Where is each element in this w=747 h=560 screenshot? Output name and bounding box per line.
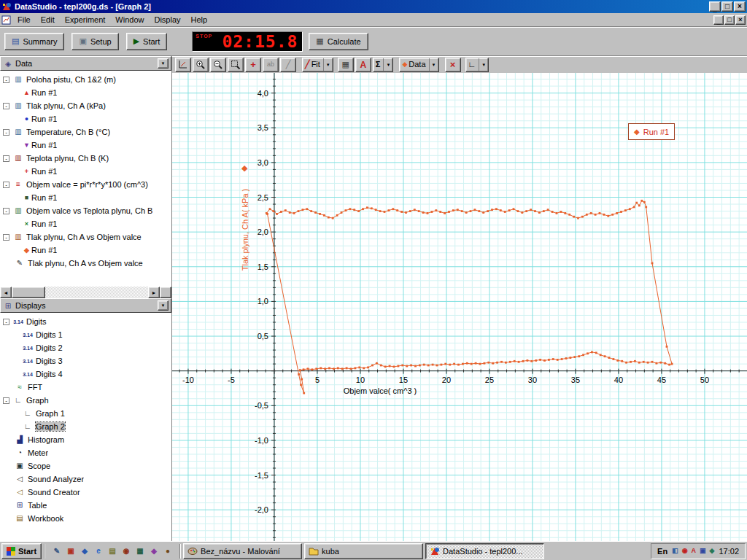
data-point-marker[interactable] [461,210,463,212]
run-item[interactable]: ▲Run #1 [0,86,171,99]
data-point-marker[interactable] [608,357,611,359]
data-point-marker[interactable] [621,360,623,362]
data-point-marker[interactable] [530,209,532,211]
display-item[interactable]: ▟Histogram [0,433,171,446]
data-point-marker[interactable] [303,368,305,370]
data-point-marker[interactable] [560,211,562,213]
data-point-marker[interactable] [289,211,291,214]
data-point-marker[interactable] [410,365,412,367]
data-point-marker[interactable] [285,209,287,211]
data-point-marker[interactable] [276,213,278,215]
data-point-marker[interactable] [353,209,355,211]
data-point-marker[interactable] [307,368,309,370]
data-point-marker[interactable] [414,365,417,368]
data-point-marker[interactable] [668,364,670,366]
data-point-marker[interactable] [496,362,498,364]
data-point-marker[interactable] [482,211,484,214]
menu-window[interactable]: Window [110,14,149,26]
data-point-marker[interactable] [392,208,394,210]
data-point-marker[interactable] [346,368,348,370]
data-point-marker[interactable] [500,209,502,211]
data-point-marker[interactable] [620,211,622,213]
data-point-marker[interactable] [444,212,446,214]
data-point-marker[interactable] [521,211,523,214]
mdi-minimize-button[interactable]: _ [713,15,724,25]
data-point-marker[interactable] [573,216,575,218]
tree-expander[interactable]: - [3,208,9,214]
tree-expander[interactable]: - [3,397,9,404]
data-point-marker[interactable] [551,211,554,213]
tree-expander[interactable]: - [3,129,9,136]
shortcut-icon-9[interactable]: ● [162,545,174,557]
tree-expander[interactable]: - [3,103,9,109]
data-point-marker[interactable] [513,208,515,210]
data-point-marker[interactable] [539,359,541,361]
data-point-marker[interactable] [320,368,322,370]
data-point-marker[interactable] [611,214,614,216]
data-point-marker[interactable] [530,360,533,362]
data-point-marker[interactable] [603,214,605,216]
data-point-marker[interactable] [384,211,386,213]
data-point-marker[interactable] [444,363,446,365]
data-point-marker[interactable] [328,217,330,219]
data-point-marker[interactable] [465,211,468,214]
data-point-marker[interactable] [393,366,395,368]
data-point-marker[interactable] [396,209,398,211]
data-point-marker[interactable] [462,363,464,365]
data-point-marker[interactable] [548,359,550,361]
data-point-marker[interactable] [525,210,527,212]
tree-expander[interactable]: - [3,77,9,83]
shortcut-icon-2[interactable]: ▣ [65,545,77,557]
data-point-marker[interactable] [613,358,615,360]
note-tool-button[interactable]: ab [263,58,279,72]
data-point-marker[interactable] [303,392,305,394]
data-point-marker[interactable] [625,362,627,364]
data-point-marker[interactable] [629,208,631,210]
data-point-marker[interactable] [595,352,597,354]
data-point-marker[interactable] [371,365,374,367]
menu-experiment[interactable]: Experiment [60,14,111,26]
data-point-marker[interactable] [355,368,357,370]
data-point-marker[interactable] [453,363,455,365]
data-point-marker[interactable] [495,208,498,210]
data-point-marker[interactable] [474,209,476,211]
data-point-marker[interactable] [590,212,592,214]
internet-explorer-icon[interactable]: e [93,545,104,557]
data-point-marker[interactable] [640,200,643,202]
data-point-marker[interactable] [509,361,511,363]
data-point-marker[interactable] [500,361,503,363]
clock[interactable]: 17:02 [719,547,739,556]
data-point-marker[interactable] [656,362,658,365]
data-point-marker[interactable] [350,368,352,370]
data-point-marker[interactable] [341,211,343,214]
shortcut-icon-1[interactable]: ✎ [51,545,63,557]
data-point-marker[interactable] [324,368,326,370]
data-tree-scrollbar[interactable]: ◄ ► [0,287,171,298]
data-point-marker[interactable] [522,360,525,362]
tree-expander[interactable]: - [3,155,9,162]
displays-panel-dropdown-button[interactable]: ▼ [158,300,169,311]
data-point-marker[interactable] [384,366,387,368]
data-point-marker[interactable] [448,211,450,213]
data-point-marker[interactable] [345,209,347,211]
data-point-marker[interactable] [577,217,579,219]
data-point-marker[interactable] [269,208,271,210]
data-point-marker[interactable] [427,212,429,214]
menu-file[interactable]: File [12,14,36,26]
shortcut-icon-5[interactable]: ▤ [107,545,118,557]
graph-legend[interactable]: ◆ Run #1 [628,123,675,140]
data-point-marker[interactable] [432,364,434,366]
data-point-marker[interactable] [436,365,438,367]
tree-expander[interactable]: - [3,182,9,188]
data-point-marker[interactable] [600,354,602,356]
data-point-marker[interactable] [310,210,312,212]
data-point-marker[interactable] [635,202,638,204]
display-item[interactable]: ∟Graph 1 [0,407,171,420]
data-point-marker[interactable] [491,209,493,211]
statistics-dropdown-button[interactable]: Σ ▼ [373,58,394,72]
data-point-marker[interactable] [470,210,472,212]
shortcut-icon-3[interactable]: ◆ [79,545,90,557]
data-point-marker[interactable] [319,213,321,215]
data-point-marker[interactable] [306,208,308,210]
display-item[interactable]: ▤Workbook [0,512,171,525]
